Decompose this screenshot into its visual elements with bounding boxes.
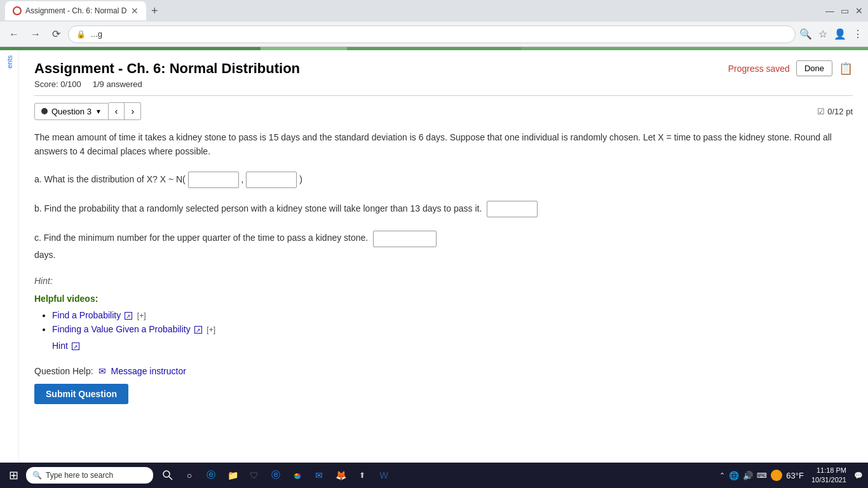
taskbar-search-icon[interactable] — [159, 467, 176, 484]
next-question-button[interactable]: › — [125, 102, 141, 120]
taskbar-word-icon[interactable]: W — [376, 467, 392, 484]
question-dot — [41, 108, 48, 114]
clock: 11:18 PM 10/31/2021 — [811, 466, 846, 485]
part-c-suffix: days. — [34, 250, 55, 260]
taskbar-chrome-icon[interactable] — [289, 467, 306, 484]
weather-icon — [771, 470, 782, 481]
done-button[interactable]: Done — [796, 60, 832, 76]
external-link-icon-2: ↗ — [194, 326, 202, 334]
assignment-title-block: Assignment - Ch. 6: Normal Distribution … — [34, 60, 300, 89]
notes-icon[interactable]: 📋 — [839, 62, 853, 76]
taskbar-mail-icon[interactable]: ✉ — [311, 467, 327, 484]
hint-extra: Hint ↗ — [52, 341, 853, 351]
expand-btn-1[interactable]: [+] — [137, 311, 146, 320]
bookmark-icon[interactable]: ☆ — [818, 28, 827, 40]
search-icon: 🔍 — [32, 471, 42, 480]
active-tab[interactable]: Assignment - Ch. 6: Normal Distr... ✕ — [5, 1, 146, 20]
volume-icon[interactable]: 🔊 — [743, 471, 753, 480]
weather-temp: 63°F — [786, 471, 804, 480]
video-item-2: Finding a Value Given a Probability ↗ [+… — [52, 324, 853, 334]
toolbar-right: 🔍 ☆ 👤 ⋮ — [799, 28, 863, 40]
lock-icon: 🔒 — [76, 30, 86, 39]
menu-icon[interactable]: ⋮ — [853, 28, 863, 40]
question-label: Question 3 — [51, 107, 92, 116]
video-item-1: Find a Probability ↗ [+] — [52, 310, 853, 320]
network-status-icon[interactable]: 🌐 — [729, 471, 739, 480]
prev-question-button[interactable]: ‹ — [109, 102, 125, 120]
hint-ext-icon: ↗ — [72, 342, 79, 350]
address-bar[interactable]: 🔒 ...g — [68, 25, 796, 43]
forward-button[interactable]: → — [27, 26, 44, 43]
tab-title: Assignment - Ch. 6: Normal Distr... — [25, 6, 127, 15]
svg-point-0 — [163, 471, 170, 477]
part-a-input-1[interactable] — [188, 172, 239, 188]
assignment-header: Assignment - Ch. 6: Normal Distribution … — [34, 60, 853, 89]
new-tab-button[interactable]: + — [149, 2, 161, 20]
helpful-videos-title: Helpful videos: — [34, 294, 853, 304]
sidebar: ents — [0, 50, 19, 488]
profile-icon[interactable]: 👤 — [834, 28, 846, 40]
video-list: Find a Probability ↗ [+] Finding a Value… — [34, 310, 853, 334]
system-icons: ⌃ 🌐 🔊 ⌨ 63°F — [719, 470, 804, 481]
taskbar: ⊞ 🔍 Type here to search ○ ⓔ 📁 🛡 ⓔ ✉ 🦊 ⬆ … — [0, 463, 868, 488]
part-c-prefix: c. Find the minimum number for the upper… — [34, 233, 368, 243]
video-link-1[interactable]: Find a Probability ↗ — [52, 310, 135, 320]
restore-button[interactable]: ▭ — [841, 6, 849, 16]
submit-button[interactable]: Submit Question — [34, 384, 128, 404]
expand-btn-2[interactable]: [+] — [207, 325, 215, 334]
part-a: a. What is the distribution of X? X ~ N(… — [34, 172, 853, 188]
clock-time: 11:18 PM — [811, 466, 846, 475]
chevron-down-icon: ▼ — [95, 108, 102, 115]
message-instructor-link[interactable]: Message instructor — [111, 366, 186, 376]
part-a-comma: , — [241, 174, 244, 184]
taskbar-cortana-icon[interactable]: ○ — [181, 467, 198, 484]
hint-extra-link[interactable]: Hint ↗ — [52, 341, 79, 351]
window-controls: — ▭ ✕ — [825, 6, 863, 16]
video-1-label: Find a Probability — [52, 310, 121, 320]
progress-saved: Progress saved — [728, 64, 790, 74]
minimize-button[interactable]: — — [825, 6, 834, 16]
taskbar-shield-icon[interactable]: 🛡 — [246, 467, 262, 484]
hint-label: Hint: — [34, 276, 853, 286]
start-button[interactable]: ⊞ — [5, 466, 22, 485]
part-a-input-2[interactable] — [246, 172, 297, 188]
question-dropdown[interactable]: Question 3 ▼ — [34, 103, 109, 120]
taskbar-firefox-icon[interactable]: 🦊 — [332, 467, 349, 484]
page-content: ents Assignment - Ch. 6: Normal Distribu… — [0, 50, 868, 488]
search-icon[interactable]: 🔍 — [799, 28, 812, 40]
reload-button[interactable]: ⟳ — [48, 25, 64, 43]
part-c-input[interactable] — [373, 231, 437, 247]
part-b-text: b. Find the probability that a randomly … — [34, 203, 482, 214]
taskbar-edge-icon[interactable]: ⓔ — [203, 467, 219, 484]
tab-close-button[interactable]: ✕ — [131, 6, 139, 16]
taskbar-network-icon[interactable]: ⬆ — [354, 467, 370, 484]
part-c: c. Find the minimum number for the upper… — [34, 230, 853, 262]
assignment-title: Assignment - Ch. 6: Normal Distribution — [34, 60, 300, 77]
video-link-2[interactable]: Finding a Value Given a Probability ↗ — [52, 324, 204, 334]
search-box[interactable]: 🔍 Type here to search — [26, 467, 153, 484]
score-value: Score: 0/100 — [34, 79, 81, 89]
clock-date: 10/31/2021 — [811, 475, 846, 485]
taskbar-explorer-icon[interactable]: 📁 — [224, 467, 241, 484]
sidebar-link[interactable]: ents — [6, 55, 13, 69]
search-placeholder: Type here to search — [46, 471, 113, 480]
close-button[interactable]: ✕ — [855, 6, 863, 16]
hint-extra-label: Hint — [52, 341, 68, 351]
chevron-up-icon[interactable]: ⌃ — [719, 471, 725, 480]
question-body: The mean amount of time it takes a kidne… — [34, 130, 853, 404]
part-b-input[interactable] — [487, 201, 538, 217]
svg-line-1 — [169, 477, 172, 480]
notification-icon[interactable]: 💬 — [854, 471, 863, 480]
part-b: b. Find the probability that a randomly … — [34, 201, 853, 217]
taskbar-right: ⌃ 🌐 🔊 ⌨ 63°F 11:18 PM 10/31/2021 💬 — [719, 466, 863, 485]
header-right: Progress saved Done 📋 — [728, 60, 853, 76]
address-bar-row: ← → ⟳ 🔒 ...g 🔍 ☆ 👤 ⋮ — [0, 22, 868, 47]
taskbar-ie-icon[interactable]: ⓔ — [268, 467, 284, 484]
back-button[interactable]: ← — [5, 26, 23, 43]
question-help-row: Question Help: ✉ Message instructor — [34, 366, 853, 376]
part-a-suffix: ) — [299, 174, 302, 184]
header-divider — [34, 95, 853, 96]
points-check-icon: ☑ — [817, 107, 825, 116]
keyboard-icon[interactable]: ⌨ — [757, 471, 767, 480]
question-text: The mean amount of time it takes a kidne… — [34, 130, 853, 159]
